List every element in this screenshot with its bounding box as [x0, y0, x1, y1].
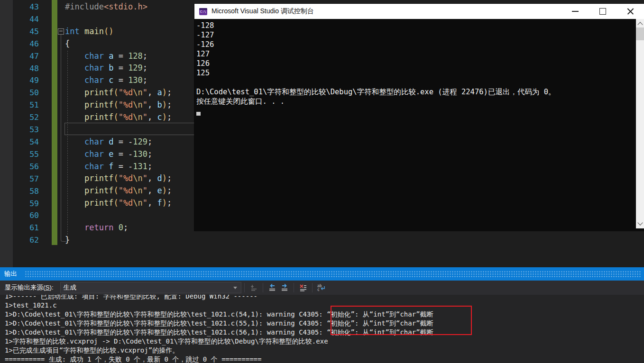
code-line[interactable] [65, 209, 172, 222]
close-button[interactable] [616, 4, 644, 19]
next-message-button[interactable] [278, 282, 291, 293]
code-line[interactable]: char d = -129; [65, 136, 172, 148]
code-line[interactable]: printf("%d\n", b); [65, 99, 172, 111]
code-line[interactable]: return 0; [65, 222, 172, 234]
output-toolbar: 显示输出来源(S): 生成 ab c [0, 281, 644, 295]
code-line[interactable]: { [65, 38, 172, 50]
line-number: 49 [9, 74, 39, 87]
console-output-area[interactable]: -128-127-126127126125 D:\Code\test_01\字符… [194, 19, 644, 231]
code-line[interactable]: char e = -130; [65, 148, 172, 161]
svg-text:c: c [317, 288, 320, 292]
next-message-icon [280, 283, 289, 292]
console-line: 按任意键关闭此窗口. . . [196, 97, 556, 106]
output-source-value: 生成 [64, 283, 76, 292]
code-line[interactable]: printf("%d\n", e); [65, 185, 172, 197]
console-cursor [196, 112, 201, 116]
chevron-down-icon [233, 287, 237, 289]
line-number: 52 [9, 111, 39, 124]
code-line[interactable]: printf("%d\n", f); [65, 197, 172, 209]
line-number-gutter[interactable]: 4344454647484950515253545556575859606162 [9, 1, 39, 246]
fold-collapse-icon[interactable] [58, 28, 64, 35]
clear-all-button[interactable] [297, 282, 309, 293]
scroll-up-icon[interactable] [637, 22, 643, 27]
goto-message-icon [249, 283, 258, 292]
code-line[interactable] [65, 13, 172, 26]
word-wrap-icon: ab c [317, 283, 326, 292]
output-source-dropdown[interactable]: 生成 [60, 282, 241, 293]
console-text: -128-127-126127126125 D:\Code\test_01\字符… [196, 21, 556, 106]
code-line[interactable]: char c = 130; [65, 74, 172, 87]
line-number: 61 [9, 222, 39, 234]
code-line[interactable]: int main() [65, 26, 172, 38]
console-icon [199, 8, 207, 15]
code-line[interactable]: char a = 128; [65, 50, 172, 63]
clear-all-icon [299, 283, 307, 292]
line-number: 55 [9, 148, 39, 161]
console-line [196, 78, 556, 87]
scrollbar-thumb[interactable] [636, 27, 644, 40]
maximize-button[interactable] [589, 4, 616, 19]
code-line[interactable]: printf("%d\n", c); [65, 111, 172, 124]
line-number: 47 [9, 50, 39, 63]
console-line: -127 [196, 30, 556, 40]
line-number: 51 [9, 99, 39, 111]
previous-message-icon [268, 283, 276, 292]
output-text-area[interactable]: 1>------ 已启动生成: 项目: 字符和整型的比较, 配置: Debug … [0, 295, 644, 363]
previous-message-button[interactable] [266, 282, 278, 293]
code-line[interactable]: } [65, 234, 172, 246]
code-line[interactable]: char b = 129; [65, 62, 172, 74]
line-number: 59 [9, 198, 39, 210]
debug-console-window: Microsoft Visual Studio 调试控制台 -128-127-1… [194, 4, 644, 231]
code-line[interactable]: #include<stdio.h> [65, 1, 172, 13]
panel-drag-grip [25, 271, 641, 277]
line-number: 62 [9, 234, 39, 246]
console-title-text: Microsoft Visual Studio 调试控制台 [212, 7, 314, 16]
maximize-icon [599, 8, 606, 15]
close-icon [627, 8, 634, 15]
line-number: 53 [9, 124, 39, 136]
line-number: 44 [9, 13, 39, 26]
line-number: 60 [9, 209, 39, 222]
code-line[interactable]: printf("%d\n", d); [65, 172, 172, 185]
line-number: 54 [9, 136, 39, 148]
output-line: 1>------ 已启动生成: 项目: 字符和整型的比较, 配置: Debug … [5, 295, 433, 301]
line-number: 46 [9, 38, 39, 50]
minimize-icon [572, 11, 579, 12]
minimize-button[interactable] [561, 4, 589, 19]
code-line[interactable]: printf("%d\n", a); [65, 87, 172, 99]
output-panel-title: 输出 [4, 270, 17, 278]
line-number: 43 [9, 1, 39, 13]
show-output-from-label: 显示输出来源(S): [5, 283, 54, 292]
console-scrollbar[interactable] [636, 19, 644, 228]
line-number: 45 [9, 26, 39, 38]
output-line: 1>字符和整型的比较.vcxproj -> D:\Code\test_01\字符… [5, 337, 433, 346]
word-wrap-button[interactable]: ab c [315, 282, 328, 293]
current-line-highlight [64, 123, 195, 135]
console-line: 127 [196, 49, 556, 59]
line-number: 56 [9, 161, 39, 173]
output-line: ========== 生成: 成功 1 个，失败 0 个，最新 0 个，跳过 0… [5, 355, 433, 363]
code-line[interactable]: char f = -131; [65, 161, 172, 173]
line-number: 48 [9, 63, 39, 75]
console-line: 126 [196, 59, 556, 68]
console-line: -128 [196, 21, 556, 30]
console-line: -126 [196, 40, 556, 49]
line-number: 58 [9, 185, 39, 198]
output-line: 1>已完成生成项目“字符和整型的比较.vcxproj”的操作。 [5, 346, 433, 355]
warning-highlight-box [331, 306, 472, 335]
scroll-down-icon[interactable] [637, 220, 643, 225]
line-number: 57 [9, 173, 39, 185]
console-titlebar[interactable]: Microsoft Visual Studio 调试控制台 [194, 4, 644, 19]
goto-message-button[interactable] [248, 282, 260, 293]
change-tracking-bar [52, 0, 57, 245]
console-line: D:\Code\test_01\字符和整型的比较\Debug\字符和整型的比较.… [196, 87, 556, 97]
line-number: 50 [9, 87, 39, 99]
output-panel-titlebar[interactable]: 输出 [0, 267, 644, 281]
console-line: 125 [196, 68, 556, 78]
